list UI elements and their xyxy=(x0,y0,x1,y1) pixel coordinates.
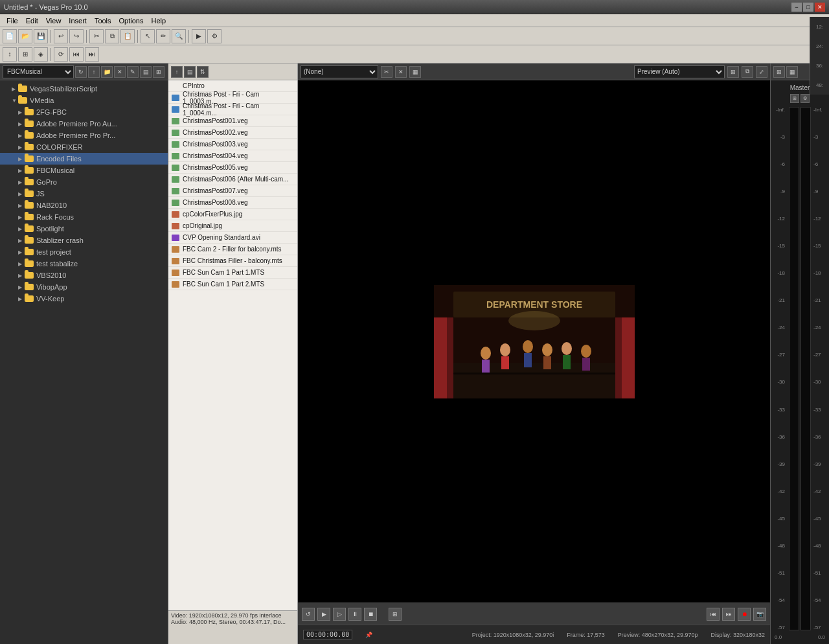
maximize-button[interactable]: □ xyxy=(803,3,813,12)
edit-tool[interactable]: ✏ xyxy=(156,29,170,43)
undo-button[interactable]: ↩ xyxy=(54,29,68,43)
preview-frame-display-btn[interactable]: ⊞ xyxy=(389,608,402,621)
tree-item-test-stabalize[interactable]: ▶ test stabalize xyxy=(0,258,168,270)
fl-sort-btn[interactable]: ⇅ xyxy=(197,66,209,78)
preview-clip-dropdown[interactable]: (None) xyxy=(301,65,378,78)
tree-item-2fgfbc[interactable]: ▶ 2FG-FBC xyxy=(0,106,168,118)
fl-up-btn[interactable]: ↑ xyxy=(171,66,183,78)
preview-stop-btn[interactable]: ⏹ xyxy=(364,608,377,621)
tool-2-4[interactable]: ⟳ xyxy=(54,47,68,62)
tree-item-stablizer[interactable]: ▶ Stablizer crash xyxy=(0,235,168,246)
preview-tool-1[interactable]: ✂ xyxy=(381,66,392,78)
explorer-delete[interactable]: ✕ xyxy=(114,66,126,78)
tree-item-adobe2[interactable]: ▶ Adobe Premiere Pro Pr... xyxy=(0,130,168,141)
file-item-cp003[interactable]: ChristmasPost003.veg xyxy=(168,139,297,150)
preview-grid-btn[interactable]: ⊞ xyxy=(727,66,739,78)
close-button[interactable]: ✕ xyxy=(815,3,825,12)
new-button[interactable]: 📄 xyxy=(3,29,17,43)
preview-pause-btn[interactable]: ⏸ xyxy=(348,608,361,621)
folder-icon xyxy=(25,109,34,115)
zoom-button[interactable]: 🔍 xyxy=(172,29,186,43)
preview-expand-btn[interactable]: ⤢ xyxy=(756,66,767,78)
save-button[interactable]: 💾 xyxy=(34,29,48,43)
explorer-view[interactable]: ▤ xyxy=(140,66,152,78)
tree-item-nab2010[interactable]: ▶ NAB2010 xyxy=(0,200,168,211)
preview-rewind-btn[interactable]: ⏮ xyxy=(707,608,720,621)
tool-2-3[interactable]: ◈ xyxy=(34,47,48,62)
explorer-up[interactable]: ↑ xyxy=(88,66,100,78)
file-item-fbc-cam2[interactable]: FBC Cam 2 - Filler for balcony.mts xyxy=(168,244,297,255)
tree-item-spotlight[interactable]: ▶ Spotlight xyxy=(0,223,168,235)
tool-2-5[interactable]: ⏮ xyxy=(69,47,84,62)
file-item-cam1-0004[interactable]: Christmas Post - Fri - Cam 1_0004.m... xyxy=(168,104,297,115)
fl-view-btn[interactable]: ▤ xyxy=(184,66,196,78)
preview-snap-btn[interactable]: 📷 xyxy=(753,608,766,621)
file-item-cp002[interactable]: ChristmasPost002.veg xyxy=(168,127,297,139)
tree-item-fbcmusical[interactable]: ▶ FBCMusical xyxy=(0,165,168,176)
tree-item-rack-focus[interactable]: ▶ Rack Focus xyxy=(0,211,168,223)
file-item-cporiginal[interactable]: cpOriginal.jpg xyxy=(168,220,297,232)
file-item-cp006[interactable]: ChristmasPost006 (After Multi-cam... xyxy=(168,174,297,185)
preview-tool-2[interactable]: ✕ xyxy=(395,66,407,78)
vu-reset-btn[interactable]: ⊞ xyxy=(790,94,799,103)
file-item-cp001[interactable]: ChristmasPost001.veg xyxy=(168,115,297,127)
preview-play-btn[interactable]: ▶ xyxy=(317,608,330,621)
vu-scale: -Inf. -3 -6 -9 -12 -15 -18 -21 -24 -27 -… xyxy=(773,107,786,630)
vu-btn-2[interactable]: ▦ xyxy=(786,66,798,78)
preview-mode-dropdown[interactable]: Preview (Auto) xyxy=(634,65,725,78)
explorer-new-folder[interactable]: 📁 xyxy=(101,66,113,78)
tree-item-js[interactable]: ▶ JS xyxy=(0,188,168,200)
file-item-cp008[interactable]: ChristmasPost008.veg xyxy=(168,197,297,209)
file-item-cp004[interactable]: ChristmasPost004.veg xyxy=(168,150,297,162)
menu-edit[interactable]: Edit xyxy=(22,16,42,25)
menu-help[interactable]: Help xyxy=(147,16,170,25)
menu-file[interactable]: File xyxy=(3,16,22,25)
explorer-refresh[interactable]: ↻ xyxy=(75,66,87,78)
file-item-fbc-christmas[interactable]: FBC Christmas Filler - balcony.mts xyxy=(168,255,297,267)
open-button[interactable]: 📂 xyxy=(18,29,32,43)
explorer-rename[interactable]: ✎ xyxy=(127,66,139,78)
preview-rec-btn[interactable]: ⏺ xyxy=(738,608,751,621)
menu-insert[interactable]: Insert xyxy=(65,16,91,25)
file-item-cp005[interactable]: ChristmasPost005.veg xyxy=(168,162,297,174)
file-item-cp007[interactable]: ChristmasPost007.veg xyxy=(168,185,297,197)
menu-options[interactable]: Options xyxy=(115,16,148,25)
vu-settings-btn[interactable]: ⚙ xyxy=(801,94,810,103)
file-item-cpcolorfixerplus[interactable]: cpColorFixerPlus.jpg xyxy=(168,209,297,220)
select-tool[interactable]: ↖ xyxy=(141,29,155,43)
preview-ff-btn[interactable]: ⏭ xyxy=(722,608,735,621)
cut-button[interactable]: ✂ xyxy=(89,29,104,43)
tool-2-1[interactable]: ↕ xyxy=(3,47,17,62)
tree-item-encoded-files[interactable]: ▶ Encoded Files xyxy=(0,153,168,165)
paste-button[interactable]: 📋 xyxy=(120,29,135,43)
tree-item-vibopapp[interactable]: ▶ VibopApp xyxy=(0,281,168,293)
tree-item-vmedia[interactable]: ▼ VMedia xyxy=(0,95,168,106)
preview-loop-btn[interactable]: ↺ xyxy=(302,608,315,621)
tree-item-vv-keep[interactable]: ▶ VV-Keep xyxy=(0,293,168,305)
tool-2-2[interactable]: ⊞ xyxy=(18,47,32,62)
file-item-cvp[interactable]: CVP Opening Standard.avi xyxy=(168,232,297,244)
preview-copy-btn[interactable]: ⧉ xyxy=(742,66,753,78)
folder-icon xyxy=(25,121,34,127)
file-item-fbc-sun-2[interactable]: FBC Sun Cam 1 Part 2.MTS xyxy=(168,279,297,290)
tree-item-vegasstabilizer[interactable]: ▶ VegasStabilizerScript xyxy=(0,83,168,95)
menu-view[interactable]: View xyxy=(42,16,65,25)
vu-btn-1[interactable]: ⊞ xyxy=(773,66,785,78)
tree-item-adobe1[interactable]: ▶ Adobe Premiere Pro Au... xyxy=(0,118,168,130)
tree-item-gopro[interactable]: ▶ GoPro xyxy=(0,176,168,188)
minimize-button[interactable]: − xyxy=(791,3,802,12)
preview-tool-3[interactable]: ▦ xyxy=(409,66,421,78)
explorer-dropdown[interactable]: FBCMusical xyxy=(3,65,74,78)
menu-tools[interactable]: Tools xyxy=(91,16,115,25)
tree-item-test-project[interactable]: ▶ test project xyxy=(0,246,168,258)
properties-button[interactable]: ⚙ xyxy=(207,29,221,43)
tree-item-colorfixer[interactable]: ▶ COLORFIXER xyxy=(0,141,168,153)
redo-button[interactable]: ↪ xyxy=(69,29,84,43)
copy-button[interactable]: ⧉ xyxy=(105,29,119,43)
preview-play-sel-btn[interactable]: ▷ xyxy=(333,608,346,621)
tree-item-vbs2010[interactable]: ▶ VBS2010 xyxy=(0,270,168,281)
render-button[interactable]: ▶ xyxy=(192,29,206,43)
tool-2-6[interactable]: ⏭ xyxy=(85,47,99,62)
explorer-grid[interactable]: ⊞ xyxy=(153,66,165,78)
file-item-fbc-sun-1[interactable]: FBC Sun Cam 1 Part 1.MTS xyxy=(168,267,297,279)
